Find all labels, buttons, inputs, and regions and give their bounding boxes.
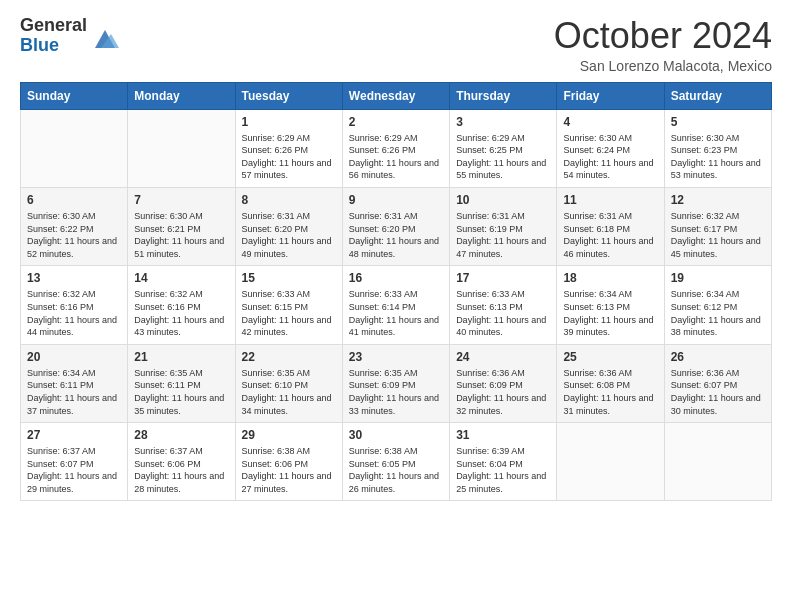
col-thursday: Thursday (450, 82, 557, 109)
col-saturday: Saturday (664, 82, 771, 109)
day-number: 6 (27, 193, 121, 207)
day-number: 4 (563, 115, 657, 129)
table-row: 14Sunrise: 6:32 AMSunset: 6:16 PMDayligh… (128, 266, 235, 344)
cell-content: Sunrise: 6:31 AMSunset: 6:18 PMDaylight:… (563, 210, 657, 260)
table-row: 30Sunrise: 6:38 AMSunset: 6:05 PMDayligh… (342, 423, 449, 501)
table-row: 5Sunrise: 6:30 AMSunset: 6:23 PMDaylight… (664, 109, 771, 187)
cell-content: Sunrise: 6:37 AMSunset: 6:06 PMDaylight:… (134, 445, 228, 495)
day-number: 22 (242, 350, 336, 364)
day-number: 16 (349, 271, 443, 285)
table-row: 29Sunrise: 6:38 AMSunset: 6:06 PMDayligh… (235, 423, 342, 501)
table-row (664, 423, 771, 501)
day-number: 18 (563, 271, 657, 285)
cell-content: Sunrise: 6:37 AMSunset: 6:07 PMDaylight:… (27, 445, 121, 495)
logo-icon (91, 24, 119, 52)
day-number: 30 (349, 428, 443, 442)
table-row: 26Sunrise: 6:36 AMSunset: 6:07 PMDayligh… (664, 344, 771, 422)
cell-content: Sunrise: 6:34 AMSunset: 6:13 PMDaylight:… (563, 288, 657, 338)
cell-content: Sunrise: 6:33 AMSunset: 6:13 PMDaylight:… (456, 288, 550, 338)
subtitle: San Lorenzo Malacota, Mexico (554, 58, 772, 74)
col-sunday: Sunday (21, 82, 128, 109)
table-row: 31Sunrise: 6:39 AMSunset: 6:04 PMDayligh… (450, 423, 557, 501)
day-number: 29 (242, 428, 336, 442)
cell-content: Sunrise: 6:36 AMSunset: 6:08 PMDaylight:… (563, 367, 657, 417)
calendar-week-row: 13Sunrise: 6:32 AMSunset: 6:16 PMDayligh… (21, 266, 772, 344)
header: General Blue October 2024 San Lorenzo Ma… (20, 16, 772, 74)
cell-content: Sunrise: 6:32 AMSunset: 6:17 PMDaylight:… (671, 210, 765, 260)
table-row: 20Sunrise: 6:34 AMSunset: 6:11 PMDayligh… (21, 344, 128, 422)
day-number: 21 (134, 350, 228, 364)
day-number: 13 (27, 271, 121, 285)
day-number: 20 (27, 350, 121, 364)
day-number: 12 (671, 193, 765, 207)
calendar-header-row: Sunday Monday Tuesday Wednesday Thursday… (21, 82, 772, 109)
table-row: 21Sunrise: 6:35 AMSunset: 6:11 PMDayligh… (128, 344, 235, 422)
logo: General Blue (20, 16, 119, 56)
day-number: 2 (349, 115, 443, 129)
table-row (557, 423, 664, 501)
table-row: 3Sunrise: 6:29 AMSunset: 6:25 PMDaylight… (450, 109, 557, 187)
cell-content: Sunrise: 6:32 AMSunset: 6:16 PMDaylight:… (27, 288, 121, 338)
day-number: 14 (134, 271, 228, 285)
cell-content: Sunrise: 6:38 AMSunset: 6:05 PMDaylight:… (349, 445, 443, 495)
cell-content: Sunrise: 6:31 AMSunset: 6:20 PMDaylight:… (349, 210, 443, 260)
col-monday: Monday (128, 82, 235, 109)
day-number: 27 (27, 428, 121, 442)
table-row: 7Sunrise: 6:30 AMSunset: 6:21 PMDaylight… (128, 187, 235, 265)
table-row: 22Sunrise: 6:35 AMSunset: 6:10 PMDayligh… (235, 344, 342, 422)
table-row: 28Sunrise: 6:37 AMSunset: 6:06 PMDayligh… (128, 423, 235, 501)
cell-content: Sunrise: 6:31 AMSunset: 6:20 PMDaylight:… (242, 210, 336, 260)
table-row: 16Sunrise: 6:33 AMSunset: 6:14 PMDayligh… (342, 266, 449, 344)
cell-content: Sunrise: 6:35 AMSunset: 6:10 PMDaylight:… (242, 367, 336, 417)
calendar-week-row: 20Sunrise: 6:34 AMSunset: 6:11 PMDayligh… (21, 344, 772, 422)
cell-content: Sunrise: 6:30 AMSunset: 6:21 PMDaylight:… (134, 210, 228, 260)
table-row: 15Sunrise: 6:33 AMSunset: 6:15 PMDayligh… (235, 266, 342, 344)
table-row: 27Sunrise: 6:37 AMSunset: 6:07 PMDayligh… (21, 423, 128, 501)
day-number: 8 (242, 193, 336, 207)
cell-content: Sunrise: 6:35 AMSunset: 6:11 PMDaylight:… (134, 367, 228, 417)
col-wednesday: Wednesday (342, 82, 449, 109)
day-number: 24 (456, 350, 550, 364)
table-row: 13Sunrise: 6:32 AMSunset: 6:16 PMDayligh… (21, 266, 128, 344)
cell-content: Sunrise: 6:30 AMSunset: 6:24 PMDaylight:… (563, 132, 657, 182)
cell-content: Sunrise: 6:29 AMSunset: 6:26 PMDaylight:… (242, 132, 336, 182)
day-number: 5 (671, 115, 765, 129)
day-number: 11 (563, 193, 657, 207)
cell-content: Sunrise: 6:33 AMSunset: 6:15 PMDaylight:… (242, 288, 336, 338)
table-row: 23Sunrise: 6:35 AMSunset: 6:09 PMDayligh… (342, 344, 449, 422)
table-row: 6Sunrise: 6:30 AMSunset: 6:22 PMDaylight… (21, 187, 128, 265)
cell-content: Sunrise: 6:35 AMSunset: 6:09 PMDaylight:… (349, 367, 443, 417)
day-number: 31 (456, 428, 550, 442)
table-row: 9Sunrise: 6:31 AMSunset: 6:20 PMDaylight… (342, 187, 449, 265)
day-number: 10 (456, 193, 550, 207)
table-row: 10Sunrise: 6:31 AMSunset: 6:19 PMDayligh… (450, 187, 557, 265)
cell-content: Sunrise: 6:32 AMSunset: 6:16 PMDaylight:… (134, 288, 228, 338)
logo-blue: Blue (20, 36, 87, 56)
calendar-table: Sunday Monday Tuesday Wednesday Thursday… (20, 82, 772, 502)
table-row: 24Sunrise: 6:36 AMSunset: 6:09 PMDayligh… (450, 344, 557, 422)
day-number: 1 (242, 115, 336, 129)
day-number: 23 (349, 350, 443, 364)
table-row (128, 109, 235, 187)
table-row: 2Sunrise: 6:29 AMSunset: 6:26 PMDaylight… (342, 109, 449, 187)
table-row: 19Sunrise: 6:34 AMSunset: 6:12 PMDayligh… (664, 266, 771, 344)
day-number: 3 (456, 115, 550, 129)
col-friday: Friday (557, 82, 664, 109)
table-row: 4Sunrise: 6:30 AMSunset: 6:24 PMDaylight… (557, 109, 664, 187)
calendar-week-row: 27Sunrise: 6:37 AMSunset: 6:07 PMDayligh… (21, 423, 772, 501)
table-row: 17Sunrise: 6:33 AMSunset: 6:13 PMDayligh… (450, 266, 557, 344)
logo-general: General (20, 16, 87, 36)
cell-content: Sunrise: 6:34 AMSunset: 6:12 PMDaylight:… (671, 288, 765, 338)
day-number: 9 (349, 193, 443, 207)
cell-content: Sunrise: 6:38 AMSunset: 6:06 PMDaylight:… (242, 445, 336, 495)
cell-content: Sunrise: 6:31 AMSunset: 6:19 PMDaylight:… (456, 210, 550, 260)
table-row: 11Sunrise: 6:31 AMSunset: 6:18 PMDayligh… (557, 187, 664, 265)
day-number: 25 (563, 350, 657, 364)
day-number: 28 (134, 428, 228, 442)
cell-content: Sunrise: 6:36 AMSunset: 6:07 PMDaylight:… (671, 367, 765, 417)
cell-content: Sunrise: 6:30 AMSunset: 6:23 PMDaylight:… (671, 132, 765, 182)
cell-content: Sunrise: 6:36 AMSunset: 6:09 PMDaylight:… (456, 367, 550, 417)
day-number: 26 (671, 350, 765, 364)
calendar-week-row: 1Sunrise: 6:29 AMSunset: 6:26 PMDaylight… (21, 109, 772, 187)
month-title: October 2024 (554, 16, 772, 56)
